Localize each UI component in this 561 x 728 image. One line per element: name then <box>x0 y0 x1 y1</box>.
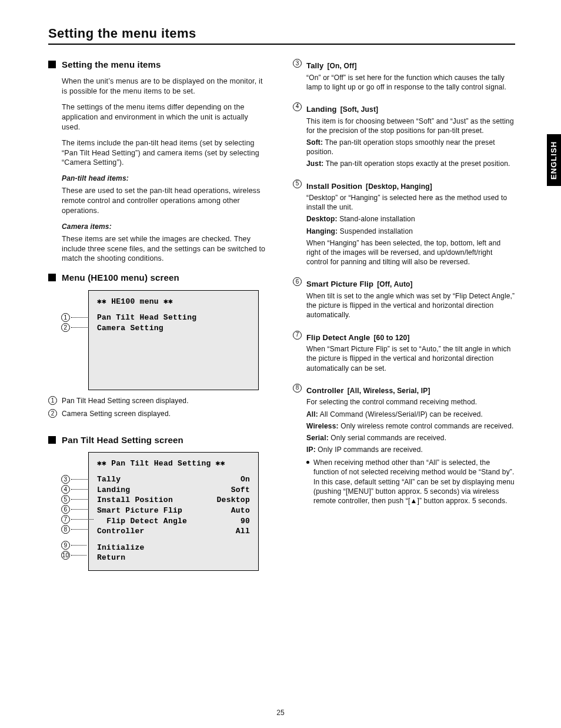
section-title-menu-screen-text: Menu (HE100 menu) screen <box>62 272 179 282</box>
item-sub-label: Just: <box>306 159 323 168</box>
callout-5-icon: 5 <box>61 495 70 504</box>
menu-panel-he100-title: ✱✱ HE100 menu ✱✱ <box>97 297 250 307</box>
menu-row-value: On <box>241 474 250 485</box>
callout-7-icon: 7 <box>61 515 70 524</box>
menu-row-label: Tally <box>97 474 121 485</box>
item-sub-text: Stand-alone installation <box>339 215 415 223</box>
page-number: 25 <box>276 708 285 717</box>
item-description: For selecting the control command receiv… <box>306 397 516 407</box>
menu-row-label: Camera Setting <box>97 323 163 334</box>
ref-1-text: Pan Tilt Head Setting screen displayed. <box>62 396 189 405</box>
menu-row-label: Install Position <box>97 495 173 506</box>
menu-row-value: Auto <box>231 506 250 516</box>
item-badge-icon: 6 <box>293 277 302 286</box>
item-options: [All, Wireless, Serial, IP] <box>348 387 430 395</box>
menu-panel-he100: ✱✱ HE100 menu ✱✱ Pan Tilt Head Setting C… <box>88 290 259 391</box>
item-sub-label: Soft: <box>306 138 323 147</box>
item-badge-icon: 5 <box>293 179 302 188</box>
callout-6-icon: 6 <box>61 505 70 514</box>
item-title: Controller <box>306 386 344 395</box>
callout-4-icon: 4 <box>61 485 70 494</box>
item-description: When “Smart Picture Flip” is set to “Aut… <box>306 344 516 373</box>
item-badge-icon: 4 <box>293 102 302 111</box>
item-sub-text: Only IP commands are received. <box>318 446 423 454</box>
item-options: [60 to 120] <box>373 334 409 342</box>
menu-row: Camera Setting <box>97 323 250 334</box>
item-sub-text: The pan-tilt operation stops exactly at … <box>326 159 510 168</box>
item-description: When tilt is set to the angle which was … <box>306 291 516 320</box>
callout-9-icon: 9 <box>61 541 70 550</box>
ref-1-icon: 1 <box>48 396 57 405</box>
item-sub-text: Suspended installation <box>340 227 413 235</box>
item-description: “Desktop” or “Hanging” is selected here … <box>306 193 516 212</box>
pth-items-text: These are used to set the pan-tilt head … <box>62 186 267 216</box>
intro-paragraph-2: The settings of the menu items differ de… <box>62 102 267 132</box>
menu-row-label: Controller <box>97 526 145 537</box>
item-title: Tally <box>306 61 323 70</box>
item-sub-text: The pan-tilt operation stops smoothly ne… <box>306 138 495 156</box>
callout-1-icon: 1 <box>61 313 70 322</box>
item-options: [Desktop, Hanging] <box>366 182 432 191</box>
pth-items-label: Pan-tilt head items: <box>62 174 129 182</box>
menu-row-label: Smart Picture Flip <box>97 506 182 516</box>
ref-2-icon: 2 <box>48 409 57 418</box>
section-marker-icon <box>48 436 56 444</box>
item-sub-label: Hanging: <box>306 227 338 235</box>
title-rule <box>48 44 515 45</box>
bullet-icon <box>306 461 309 464</box>
menu-panel-pth-title: ✱✱ Pan Tilt Head Setting ✱✱ <box>97 458 250 469</box>
camera-items-label: Camera items: <box>62 222 112 231</box>
language-tab-english: ENGLISH <box>547 134 561 186</box>
item-badge-icon: 8 <box>293 384 302 393</box>
menu-row-label: Pan Tilt Head Setting <box>97 313 196 323</box>
section-title-setting-items: Setting the menu items <box>62 59 161 71</box>
menu-row-value: Soft <box>231 485 250 496</box>
item-sub-label: Desktop: <box>306 215 338 223</box>
item-sub-label: IP: <box>306 446 316 454</box>
section-marker-icon <box>48 61 56 68</box>
item-sub-label: Serial: <box>306 434 329 442</box>
menu-row-value: Desktop <box>217 495 250 506</box>
callout-2-icon: 2 <box>61 323 70 332</box>
item-title: Flip Detect Angle <box>306 333 370 342</box>
menu-row-label: Initialize <box>97 543 145 553</box>
menu-panel-pth: ✱✱ Pan Tilt Head Setting ✱✱ TallyOn Land… <box>88 452 259 571</box>
item-description: “On” or “Off” is set here for the functi… <box>306 73 516 92</box>
menu-row-label: Landing <box>97 485 130 496</box>
menu-row: Pan Tilt Head Setting <box>97 313 250 323</box>
item-sub-text: All Command (Wireless/Serial/IP) can be … <box>320 410 483 418</box>
camera-items-text: These items are set while the images are… <box>62 234 267 264</box>
menu-row-value: All <box>236 526 250 537</box>
menu-row-value: 90 <box>241 516 250 527</box>
menu-row-label: Flip Detect Angle <box>97 516 187 527</box>
callout-10-icon: 10 <box>61 551 70 560</box>
item-sub-label: Wireless: <box>306 422 339 430</box>
callout-8-icon: 8 <box>61 525 70 534</box>
item-sub-text: Only serial commands are received. <box>330 434 446 442</box>
section-marker-icon <box>48 274 56 281</box>
section-title-pth-screen: Pan Tilt Head Setting screen <box>62 434 183 446</box>
item-bullet-text: When receiving method other than “All” i… <box>313 458 516 506</box>
item-options: [On, Off] <box>327 62 356 70</box>
ref-2-text: Camera Setting screen displayed. <box>62 409 171 418</box>
section-title-menu-screen: Menu (HE100 menu) screen <box>62 272 179 284</box>
item-badge-icon: 3 <box>293 59 302 68</box>
item-description: This item is for choosing between “Soft”… <box>306 117 516 135</box>
item-badge-icon: 7 <box>293 331 302 340</box>
intro-paragraph-3: The items include the pan-tilt head item… <box>62 138 267 168</box>
item-sub-text: Only wireless remote control commands ar… <box>340 422 513 430</box>
item-title: Smart Picture Flip <box>306 280 373 288</box>
page-title: Setting the menu items <box>48 25 196 42</box>
item-sub-text: When “Hanging” has been selected, the to… <box>306 239 500 266</box>
item-title: Landing <box>306 105 337 114</box>
callout-3-icon: 3 <box>61 475 70 484</box>
item-title: Install Position <box>306 182 362 191</box>
menu-row-label: Return <box>97 553 125 563</box>
item-sub-label: All: <box>306 410 318 418</box>
item-options: [Soft, Just] <box>340 105 379 114</box>
intro-paragraph-1: When the unit’s menus are to be displaye… <box>62 77 267 97</box>
item-options: [Off, Auto] <box>377 280 413 288</box>
